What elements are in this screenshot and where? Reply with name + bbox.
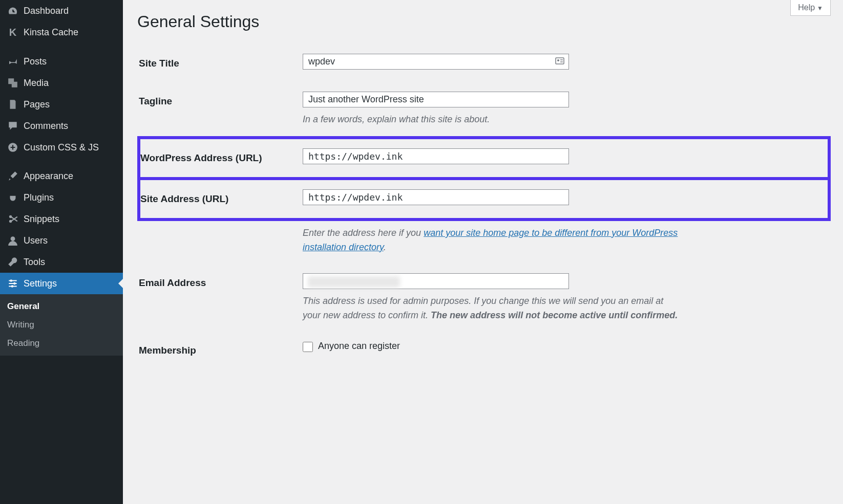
site-url-description: Enter the address here if you want your … (303, 226, 682, 255)
label-wordpress-url: WordPress Address (URL) (139, 138, 303, 179)
settings-form: Site Title Tagline In a few words, expla… (137, 45, 831, 369)
tagline-input[interactable] (303, 92, 569, 107)
label-site-title: Site Title (139, 45, 303, 82)
svg-point-8 (557, 59, 559, 61)
sidebar-item-posts[interactable]: Posts (0, 51, 123, 72)
page-title: General Settings (137, 12, 831, 31)
pin-icon (5, 56, 20, 67)
sidebar-item-label: Snippets (20, 214, 59, 225)
sidebar-separator (0, 158, 123, 165)
anyone-can-register-checkbox[interactable] (303, 342, 313, 352)
submenu-item-general[interactable]: General (0, 297, 123, 316)
sidebar-item-users[interactable]: Users (0, 230, 123, 251)
svg-point-3 (11, 236, 15, 241)
sidebar-item-dashboard[interactable]: Dashboard (0, 0, 123, 21)
sidebar-item-label: Tools (20, 257, 45, 268)
sliders-icon (5, 278, 20, 289)
label-site-url: Site Address (URL) (139, 179, 303, 220)
sidebar-item-kinsta-cache[interactable]: K Kinsta Cache (0, 21, 123, 43)
sidebar-item-label: Kinsta Cache (20, 27, 78, 38)
sidebar-separator (0, 43, 123, 51)
svg-point-4 (10, 279, 12, 281)
label-membership: Membership (139, 332, 303, 369)
redacted-email (308, 276, 400, 288)
media-icon (5, 77, 20, 89)
email-description: This address is used for admin purposes.… (303, 294, 682, 323)
wrench-icon (5, 256, 20, 268)
tagline-description: In a few words, explain what this site i… (303, 113, 682, 127)
user-icon (5, 235, 20, 246)
dashboard-icon (5, 5, 20, 16)
membership-checkbox-label[interactable]: Anyone can register (303, 341, 400, 351)
admin-sidebar: Dashboard K Kinsta Cache Posts Media Pag… (0, 0, 123, 504)
sidebar-item-label: Posts (20, 56, 47, 67)
sidebar-item-label: Dashboard (20, 6, 69, 16)
main-content: Help▼ General Settings Site Title Taglin… (123, 0, 843, 504)
sidebar-item-plugins[interactable]: Plugins (0, 187, 123, 208)
settings-submenu: General Writing Reading (0, 294, 123, 356)
sidebar-item-snippets[interactable]: Snippets (0, 208, 123, 230)
plus-circle-icon (5, 142, 20, 153)
sidebar-item-appearance[interactable]: Appearance (0, 165, 123, 187)
submenu-item-writing[interactable]: Writing (0, 316, 123, 334)
sidebar-item-label: Comments (20, 121, 68, 132)
label-tagline: Tagline (139, 82, 303, 138)
svg-point-5 (13, 282, 15, 284)
chevron-down-icon: ▼ (817, 5, 823, 12)
comments-icon (5, 120, 20, 132)
sidebar-item-comments[interactable]: Comments (0, 115, 123, 137)
sidebar-item-custom-css-js[interactable]: Custom CSS & JS (0, 137, 123, 158)
svg-point-6 (11, 285, 13, 287)
pages-icon (5, 99, 20, 110)
site-url-input[interactable] (303, 189, 569, 205)
help-tab[interactable]: Help▼ (790, 0, 831, 16)
kinsta-icon: K (5, 27, 20, 38)
sidebar-item-pages[interactable]: Pages (0, 94, 123, 115)
label-email-address: Email Address (139, 264, 303, 332)
sidebar-item-label: Settings (20, 278, 57, 289)
sidebar-item-label: Appearance (20, 171, 73, 182)
sidebar-item-label: Media (20, 78, 49, 89)
sidebar-item-label: Pages (20, 99, 50, 110)
sidebar-item-label: Users (20, 235, 48, 246)
submenu-item-reading[interactable]: Reading (0, 334, 123, 353)
sidebar-item-settings[interactable]: Settings (0, 273, 123, 294)
scissors-icon (5, 213, 20, 225)
plug-icon (5, 192, 20, 203)
svg-rect-7 (556, 58, 564, 64)
site-title-input[interactable] (303, 54, 569, 70)
brush-icon (5, 170, 20, 182)
wordpress-url-input[interactable] (303, 148, 569, 164)
sidebar-item-media[interactable]: Media (0, 72, 123, 94)
sidebar-item-label: Custom CSS & JS (20, 142, 99, 153)
sidebar-item-label: Plugins (20, 192, 54, 203)
sidebar-item-tools[interactable]: Tools (0, 251, 123, 273)
contact-card-icon (555, 56, 565, 68)
